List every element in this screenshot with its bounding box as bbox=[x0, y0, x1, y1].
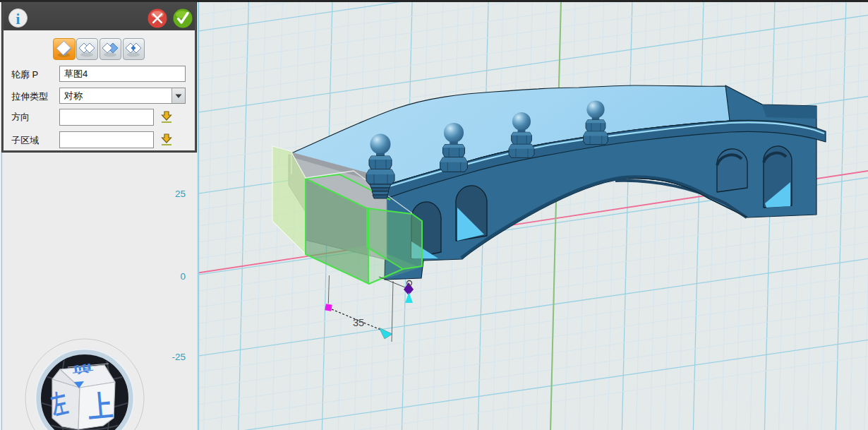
svg-text:i: i bbox=[16, 11, 20, 28]
svg-text:25: 25 bbox=[175, 189, 186, 199]
svg-text:0: 0 bbox=[180, 271, 186, 282]
svg-text:上: 上 bbox=[86, 388, 114, 423]
svg-text:35: 35 bbox=[353, 317, 364, 328]
svg-text:-25: -25 bbox=[171, 352, 186, 362]
